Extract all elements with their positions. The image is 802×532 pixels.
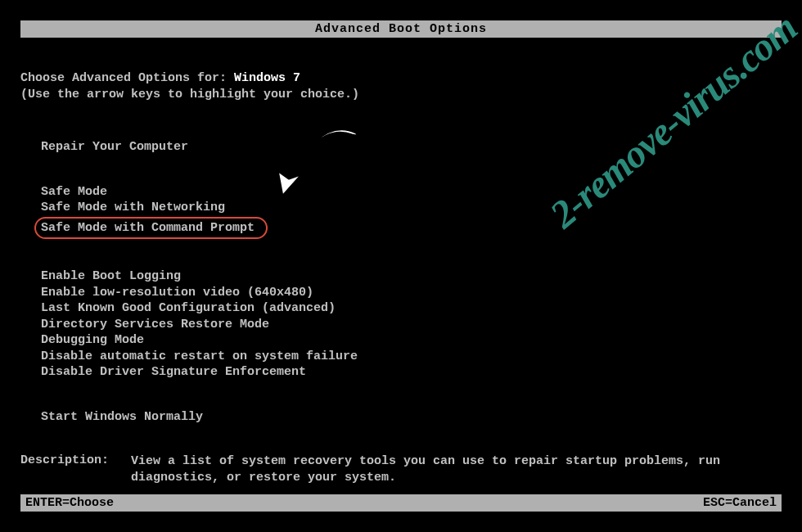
os-name: Windows 7 — [234, 71, 300, 85]
description-text: View a list of system recovery tools you… — [131, 453, 782, 487]
menu-item-disable-driver-sig[interactable]: Disable Driver Signature Enforcement — [41, 364, 782, 381]
description-block: Description: View a list of system recov… — [20, 453, 782, 487]
menu-item-debugging[interactable]: Debugging Mode — [41, 332, 782, 349]
footer-esc: ESC=Cancel — [703, 496, 777, 510]
menu-item-last-known-good[interactable]: Last Known Good Configuration (advanced) — [41, 300, 782, 317]
menu-item-repair[interactable]: Repair Your Computer — [41, 139, 782, 156]
menu-item-disable-auto-restart[interactable]: Disable automatic restart on system fail… — [41, 349, 782, 365]
intro-text: Choose Advanced Options for: Windows 7 (… — [20, 70, 782, 102]
menu-item-safe-mode[interactable]: Safe Mode — [41, 184, 782, 201]
intro-prefix: Choose Advanced Options for: — [20, 71, 234, 85]
intro-hint: (Use the arrow keys to highlight your ch… — [20, 87, 782, 103]
title-bar: Advanced Boot Options — [20, 20, 782, 38]
menu-item-low-res[interactable]: Enable low-resolution video (640x480) — [41, 285, 782, 301]
description-label: Description: — [20, 453, 131, 487]
menu-item-ds-restore[interactable]: Directory Services Restore Mode — [41, 317, 782, 333]
menu-item-start-normally[interactable]: Start Windows Normally — [41, 409, 782, 426]
boot-menu: Repair Your Computer Safe Mode Safe Mode… — [20, 139, 782, 425]
menu-item-boot-logging[interactable]: Enable Boot Logging — [41, 268, 782, 285]
footer-bar: ENTER=Choose ESC=Cancel — [20, 494, 782, 512]
menu-item-safe-mode-command-prompt[interactable]: Safe Mode with Command Prompt — [34, 217, 268, 240]
menu-item-safe-mode-networking[interactable]: Safe Mode with Networking — [41, 200, 782, 216]
footer-enter: ENTER=Choose — [25, 496, 114, 510]
